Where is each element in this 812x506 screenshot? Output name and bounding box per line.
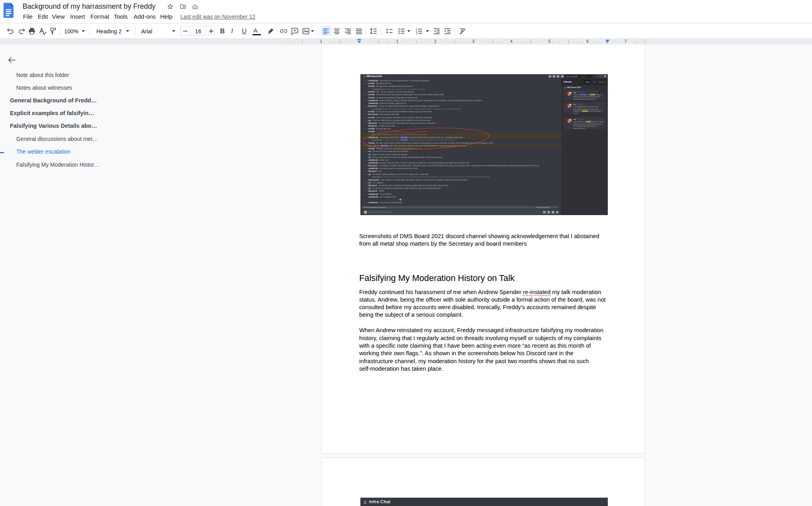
svg-text:3: 3 xyxy=(416,32,417,35)
